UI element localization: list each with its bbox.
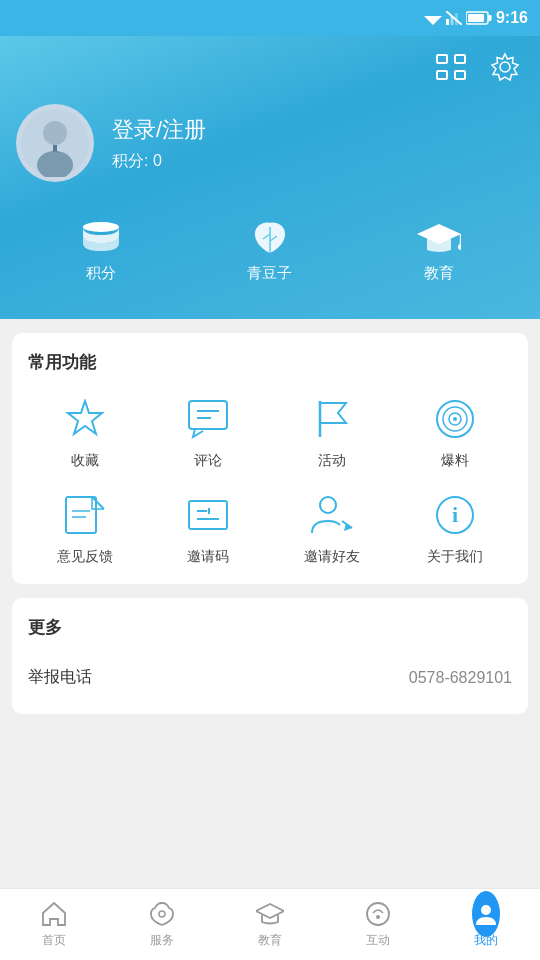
function-grid: 收藏 评论 [28, 394, 512, 566]
svg-text:i: i [452, 502, 458, 527]
svg-rect-9 [455, 55, 465, 63]
mine-icon [472, 900, 500, 928]
avatar[interactable] [16, 104, 94, 182]
svg-rect-8 [437, 55, 447, 63]
report-phone-row: 举报电话 0578-6829101 [28, 659, 512, 696]
svg-rect-10 [437, 71, 447, 79]
status-time: 9:16 [496, 9, 528, 27]
scan-icon [436, 54, 466, 80]
nav-item-interact[interactable]: 互动 [324, 892, 432, 957]
top-icons-row [16, 48, 524, 86]
edit-icon [64, 495, 106, 535]
func-item-activities[interactable]: 活动 [275, 394, 389, 470]
svg-point-19 [83, 222, 119, 232]
more-card: 更多 举报电话 0578-6829101 [12, 598, 528, 714]
svg-rect-11 [455, 71, 465, 79]
func-item-expose[interactable]: 爆料 [399, 394, 513, 470]
func-item-comments[interactable]: 评论 [152, 394, 266, 470]
education-icon [417, 218, 461, 256]
menu-item-education[interactable]: 教育 [355, 218, 524, 283]
menu-item-beans[interactable]: 青豆子 [185, 218, 354, 283]
svg-marker-48 [256, 904, 284, 918]
header-menu-row: 积分 青豆子 [16, 210, 524, 283]
ticket-icon [187, 495, 229, 535]
comment-icon [187, 399, 229, 439]
func-item-about[interactable]: i 关于我们 [399, 490, 513, 566]
favorites-icon-box [60, 394, 110, 444]
func-label-activities: 活动 [318, 452, 346, 470]
points-display: 积分: 0 [112, 151, 206, 172]
nav-label-interact: 互动 [366, 932, 390, 949]
leaf-icon [251, 219, 289, 255]
battery-icon [466, 11, 492, 25]
scan-button[interactable] [432, 48, 470, 86]
menu-label-education: 教育 [424, 264, 454, 283]
func-label-invite-code: 邀请码 [187, 548, 229, 566]
nav-item-home[interactable]: 首页 [0, 892, 108, 957]
edu-nav-icon [256, 900, 284, 928]
status-bar: 9:16 [0, 0, 540, 36]
func-label-invite-friends: 邀请好友 [304, 548, 360, 566]
activities-icon-box [307, 394, 357, 444]
func-label-comments: 评论 [194, 452, 222, 470]
invite-friends-icon-box [307, 490, 357, 540]
common-functions-title: 常用功能 [28, 351, 512, 374]
menu-label-beans: 青豆子 [247, 264, 292, 283]
svg-rect-18 [53, 145, 57, 151]
about-icon-box: i [430, 490, 480, 540]
func-label-about: 关于我们 [427, 548, 483, 566]
svg-point-34 [453, 417, 457, 421]
nav-item-mine[interactable]: 我的 [432, 892, 540, 957]
common-functions-card: 常用功能 收藏 [12, 333, 528, 584]
star-icon [64, 399, 106, 439]
settings-button[interactable] [486, 48, 524, 86]
login-register-label[interactable]: 登录/注册 [112, 115, 206, 145]
menu-item-points[interactable]: 积分 [16, 218, 185, 283]
svg-point-47 [159, 911, 165, 917]
profile-info: 登录/注册 积分: 0 [112, 115, 206, 172]
home-icon [40, 900, 68, 928]
svg-point-51 [481, 905, 491, 915]
func-item-favorites[interactable]: 收藏 [28, 394, 142, 470]
avatar-image [21, 109, 89, 177]
nav-item-education[interactable]: 教育 [216, 892, 324, 957]
more-title: 更多 [28, 616, 512, 639]
header-area: 登录/注册 积分: 0 积分 [0, 36, 540, 319]
nav-label-services: 服务 [150, 932, 174, 949]
nav-item-services[interactable]: 服务 [108, 892, 216, 957]
bottom-nav: 首页 服务 教育 互动 [0, 888, 540, 960]
profile-row[interactable]: 登录/注册 积分: 0 [16, 104, 524, 182]
grad-cap-icon [417, 220, 461, 254]
feedback-icon-box [60, 490, 110, 540]
nav-label-home: 首页 [42, 932, 66, 949]
gear-icon [490, 52, 520, 82]
func-item-invite-friends[interactable]: 邀请好友 [275, 490, 389, 566]
func-label-expose: 爆料 [441, 452, 469, 470]
comments-icon-box [183, 394, 233, 444]
svg-point-13 [500, 62, 510, 72]
signal-icon [446, 11, 462, 25]
svg-point-15 [43, 121, 67, 145]
menu-label-points: 积分 [86, 264, 116, 283]
beans-icon [248, 218, 292, 256]
svg-marker-0 [424, 16, 442, 25]
points-icon [79, 218, 123, 256]
report-phone-label: 举报电话 [28, 667, 92, 688]
svg-rect-38 [189, 501, 227, 529]
svg-rect-27 [189, 401, 227, 429]
services-icon [148, 900, 176, 928]
person-arrow-icon [310, 495, 354, 535]
svg-rect-1 [446, 19, 449, 25]
func-item-feedback[interactable]: 意见反馈 [28, 490, 142, 566]
svg-point-25 [458, 244, 461, 250]
nav-label-mine: 我的 [474, 932, 498, 949]
func-label-feedback: 意见反馈 [57, 548, 113, 566]
func-item-invite-code[interactable]: 邀请码 [152, 490, 266, 566]
svg-point-49 [367, 903, 389, 925]
points-label: 积分: [112, 152, 148, 169]
page-content: 常用功能 收藏 [0, 333, 540, 808]
svg-rect-6 [468, 14, 484, 22]
svg-point-42 [320, 497, 336, 513]
invite-code-icon-box [183, 490, 233, 540]
stack-icon [81, 221, 121, 253]
